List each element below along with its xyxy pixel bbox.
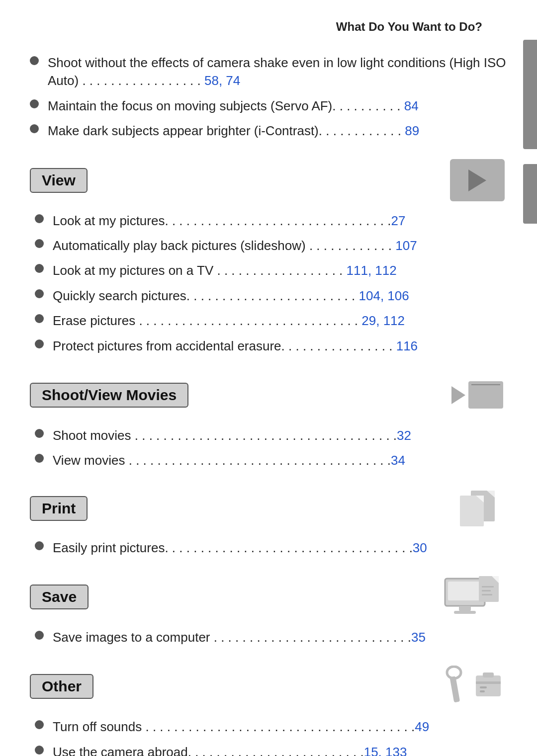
bullet-circle: [30, 99, 39, 108]
print-icon: [443, 488, 507, 530]
svg-rect-19: [480, 690, 485, 692]
list-item: Look at my pictures on a TV . . . . . . …: [35, 261, 507, 279]
movie-triangle: [451, 386, 465, 404]
bullet-circle: [35, 429, 44, 438]
list-item: Save images to a computer . . . . . . . …: [35, 628, 507, 646]
play-icon-box: [450, 159, 505, 201]
save-svg-icon: [440, 576, 505, 618]
page-container: What Do You Want to Do? Shoot without th…: [0, 0, 537, 756]
page-link[interactable]: 49: [415, 719, 429, 734]
bullet-circle: [30, 124, 39, 133]
bullet-circle: [30, 56, 39, 65]
page-link[interactable]: 30: [413, 540, 427, 555]
section-print: Print Easily print pictures. . . . . . .…: [30, 488, 507, 557]
bullet-circle: [35, 541, 44, 550]
page-link[interactable]: 35: [411, 630, 426, 645]
page-link[interactable]: 15, 133: [364, 745, 407, 756]
bullet-circle: [35, 239, 44, 248]
side-tab-upper: [523, 40, 537, 149]
list-item: Use the camera abroad. . . . . . . . . .…: [35, 743, 507, 756]
svg-rect-15: [476, 675, 501, 696]
section-header-row: Other: [30, 664, 507, 709]
bullet-text: Shoot without the effects of camera shak…: [48, 54, 507, 90]
view-icon: [448, 158, 507, 203]
bullet-text: Automatically play back pictures (slides…: [53, 237, 507, 254]
bullet-text: Look at my pictures. . . . . . . . . . .…: [53, 212, 507, 230]
list-item: Shoot movies . . . . . . . . . . . . . .…: [35, 426, 507, 444]
bullet-circle: [35, 454, 44, 463]
page-link[interactable]: 58, 74: [204, 73, 240, 88]
bullet-text: Save images to a computer . . . . . . . …: [53, 628, 507, 646]
svg-rect-5: [448, 582, 482, 600]
print-items: Easily print pictures. . . . . . . . . .…: [30, 539, 507, 557]
svg-rect-7: [454, 611, 476, 614]
list-item: Erase pictures . . . . . . . . . . . . .…: [35, 312, 507, 330]
other-icon: [438, 664, 507, 709]
section-label-movies: Shoot/View Movies: [30, 383, 188, 408]
other-svg-icon: [440, 666, 505, 708]
bullet-text: Make dark subjects appear brighter (i-Co…: [48, 122, 507, 140]
list-item: Easily print pictures. . . . . . . . . .…: [35, 539, 507, 557]
bullet-circle: [35, 289, 44, 298]
section-header-row: View: [30, 158, 507, 203]
side-tab-lower: [523, 164, 537, 224]
page-link[interactable]: 111, 112: [347, 263, 397, 278]
svg-rect-18: [480, 686, 487, 688]
intro-bullets: Shoot without the effects of camera shak…: [30, 54, 507, 140]
section-label-print: Print: [30, 496, 88, 521]
list-item: View movies . . . . . . . . . . . . . . …: [35, 451, 507, 469]
movies-items: Shoot movies . . . . . . . . . . . . . .…: [30, 426, 507, 470]
svg-rect-6: [459, 606, 471, 611]
bullet-text: Maintain the focus on moving subjects (S…: [48, 97, 507, 115]
page-link[interactable]: 104, 106: [359, 288, 409, 303]
section-label-view: View: [30, 168, 88, 193]
svg-rect-12: [482, 594, 492, 595]
view-items: Look at my pictures. . . . . . . . . . .…: [30, 212, 507, 355]
section-label-save: Save: [30, 585, 89, 609]
svg-rect-16: [483, 672, 494, 677]
page-link[interactable]: 29, 112: [361, 313, 405, 328]
list-item: Protect pictures from accidental erasure…: [35, 337, 507, 355]
svg-rect-14: [449, 676, 460, 702]
bullet-circle: [35, 631, 44, 640]
page-link[interactable]: 89: [405, 123, 419, 138]
bullet-text: Erase pictures . . . . . . . . . . . . .…: [53, 312, 507, 330]
movie-icon-box: [451, 381, 503, 409]
bullet-circle: [35, 264, 44, 273]
section-header-row: Shoot/View Movies: [30, 373, 507, 418]
bullet-text: Look at my pictures on a TV . . . . . . …: [53, 261, 507, 279]
list-item: Automatically play back pictures (slides…: [35, 237, 507, 254]
bullet-text: Shoot movies . . . . . . . . . . . . . .…: [53, 426, 507, 444]
bullet-circle: [35, 746, 44, 755]
save-icon: [438, 575, 507, 619]
svg-rect-17: [476, 681, 501, 684]
bullet-circle: [35, 720, 44, 729]
page-link[interactable]: 84: [404, 98, 419, 113]
other-items: Turn off sounds . . . . . . . . . . . . …: [30, 718, 507, 756]
svg-rect-10: [482, 586, 494, 588]
page-link[interactable]: 27: [391, 213, 406, 228]
section-view: View Look at my pictures. . . . . . . . …: [30, 158, 507, 355]
bullet-text: Quickly search pictures. . . . . . . . .…: [53, 287, 507, 305]
movie-icon: [448, 373, 507, 418]
bullet-circle: [35, 314, 44, 323]
bullet-text: Turn off sounds . . . . . . . . . . . . …: [53, 718, 507, 736]
page-link[interactable]: 32: [397, 428, 411, 443]
header-title: What Do You Want to Do?: [336, 20, 482, 33]
bullet-text: Protect pictures from accidental erasure…: [53, 337, 507, 355]
section-save: Save: [30, 575, 507, 646]
page-link[interactable]: 116: [396, 338, 418, 353]
play-triangle: [468, 169, 486, 191]
page-header: What Do You Want to Do?: [30, 20, 507, 34]
bullet-item: Maintain the focus on moving subjects (S…: [30, 97, 507, 115]
svg-rect-11: [482, 590, 491, 591]
movie-rect: [468, 381, 503, 409]
page-link[interactable]: 34: [391, 453, 405, 468]
bullet-item: Make dark subjects appear brighter (i-Co…: [30, 122, 507, 140]
bullet-circle: [35, 214, 44, 223]
page-link[interactable]: 107: [395, 238, 417, 253]
section-header-row: Save: [30, 575, 507, 619]
bullet-text: View movies . . . . . . . . . . . . . . …: [53, 451, 507, 469]
section-movies: Shoot/View Movies Shoot movies . . . . .…: [30, 373, 507, 470]
bullet-text: Use the camera abroad. . . . . . . . . .…: [53, 743, 507, 756]
